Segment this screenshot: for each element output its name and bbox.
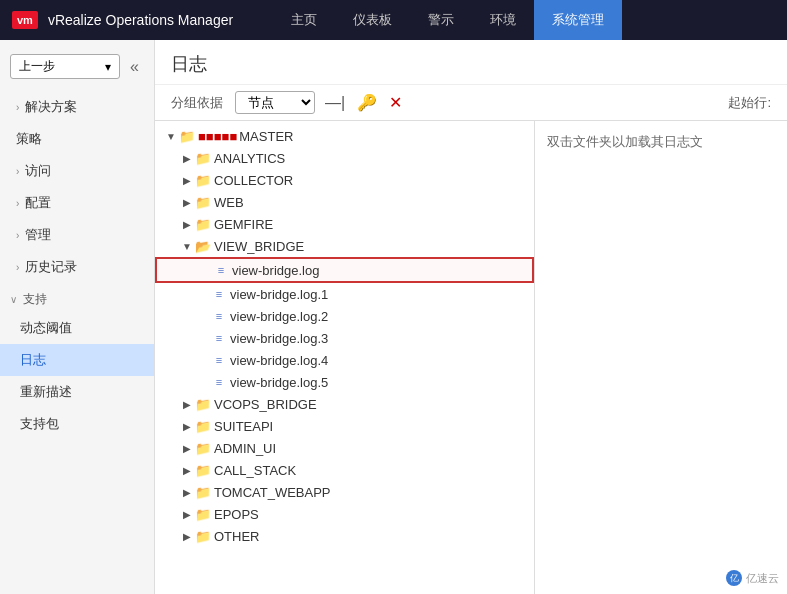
tree-item-gemfire[interactable]: ▶ 📁 GEMFIRE bbox=[155, 213, 534, 235]
sidebar-item-supportbundle[interactable]: 支持包 bbox=[0, 408, 154, 440]
file-icon: ≡ bbox=[211, 352, 227, 368]
sidebar-header: 上一步 ▾ « bbox=[0, 48, 154, 85]
pin-icon[interactable]: —| bbox=[323, 92, 347, 114]
tree-item-vb-log1[interactable]: ≡ view-bridge.log.1 bbox=[155, 283, 534, 305]
tree-label: view-bridge.log.4 bbox=[230, 353, 328, 368]
sidebar-label: 动态阈值 bbox=[20, 319, 72, 337]
tree-content: ▼ 📁 ■■■■■ MASTER ▶ 📁 ANALYTICS ▶ 📁 COLLE… bbox=[155, 121, 787, 594]
sidebar-item-config[interactable]: › 配置 bbox=[0, 187, 154, 219]
tree-item-epops[interactable]: ▶ 📁 EPOPS bbox=[155, 503, 534, 525]
tree-item-master[interactable]: ▼ 📁 ■■■■■ MASTER bbox=[155, 125, 534, 147]
dropdown-chevron: ▾ bbox=[105, 60, 111, 74]
toggle-icon: ▼ bbox=[179, 238, 195, 254]
delete-icon[interactable]: ✕ bbox=[387, 91, 404, 114]
sidebar-label: 历史记录 bbox=[25, 258, 77, 276]
folder-icon: 📁 bbox=[195, 216, 211, 232]
tree-label: COLLECTOR bbox=[214, 173, 293, 188]
toggle-icon: ▶ bbox=[179, 396, 195, 412]
nav-dashboard[interactable]: 仪表板 bbox=[335, 0, 410, 40]
sidebar-item-logs[interactable]: 日志 bbox=[0, 344, 154, 376]
tree-label: MASTER bbox=[239, 129, 293, 144]
folder-icon: 📁 bbox=[195, 418, 211, 434]
folder-icon: 📁 bbox=[195, 172, 211, 188]
toggle-spacer bbox=[197, 262, 213, 278]
sidebar-item-history[interactable]: › 历史记录 bbox=[0, 251, 154, 283]
nav-alerts[interactable]: 警示 bbox=[410, 0, 472, 40]
nav-sysadmin[interactable]: 系统管理 bbox=[534, 0, 622, 40]
tree-label: view-bridge.log.2 bbox=[230, 309, 328, 324]
sidebar-label: 支持包 bbox=[20, 415, 59, 433]
tree-item-vb-log4[interactable]: ≡ view-bridge.log.4 bbox=[155, 349, 534, 371]
tree-item-adminui[interactable]: ▶ 📁 ADMIN_UI bbox=[155, 437, 534, 459]
tree-item-collector[interactable]: ▶ 📁 COLLECTOR bbox=[155, 169, 534, 191]
tree-item-callstack[interactable]: ▶ 📁 CALL_STACK bbox=[155, 459, 534, 481]
nav-environment[interactable]: 环境 bbox=[472, 0, 534, 40]
folder-icon: 📁 bbox=[195, 506, 211, 522]
folder-icon: 📁 bbox=[195, 462, 211, 478]
page-title: 日志 bbox=[155, 40, 787, 85]
toggle-icon: ▶ bbox=[179, 440, 195, 456]
chevron-icon: › bbox=[16, 102, 19, 113]
vm-logo: vm bbox=[12, 11, 38, 29]
sidebar-item-solutions[interactable]: › 解决方案 bbox=[0, 91, 154, 123]
tree-pane: ▼ 📁 ■■■■■ MASTER ▶ 📁 ANALYTICS ▶ 📁 COLLE… bbox=[155, 121, 535, 594]
tree-item-vb-log2[interactable]: ≡ view-bridge.log.2 bbox=[155, 305, 534, 327]
tree-label: VIEW_BRIDGE bbox=[214, 239, 304, 254]
chevron-down-icon: ∨ bbox=[10, 294, 17, 305]
nav-home[interactable]: 主页 bbox=[273, 0, 335, 40]
sidebar-label: 支持 bbox=[23, 291, 47, 308]
tree-label: view-bridge.log.1 bbox=[230, 287, 328, 302]
back-dropdown[interactable]: 上一步 ▾ bbox=[10, 54, 120, 79]
tree-item-vcops[interactable]: ▶ 📁 VCOPS_BRIDGE bbox=[155, 393, 534, 415]
top-nav: vm vRealize Operations Manager 主页 仪表板 警示… bbox=[0, 0, 787, 40]
sidebar-item-redescribe[interactable]: 重新描述 bbox=[0, 376, 154, 408]
chevron-icon: › bbox=[16, 230, 19, 241]
start-row-label: 起始行: bbox=[728, 94, 771, 112]
sidebar-label: 配置 bbox=[25, 194, 51, 212]
tree-label: view-bridge.log.3 bbox=[230, 331, 328, 346]
sidebar-collapse-btn[interactable]: « bbox=[126, 56, 143, 78]
tree-item-vb-log[interactable]: ≡ view-bridge.log bbox=[155, 257, 534, 283]
toolbar: 分组依据 节点 —| 🔑 ✕ 起始行: bbox=[155, 85, 787, 121]
hint-text: 双击文件夹以加载其日志文 bbox=[547, 134, 703, 149]
tree-item-viewbridge[interactable]: ▼ 📂 VIEW_BRIDGE bbox=[155, 235, 534, 257]
sidebar: 上一步 ▾ « › 解决方案 策略 › 访问 › 配置 › 管理 bbox=[0, 40, 155, 594]
groupby-select[interactable]: 节点 bbox=[235, 91, 315, 114]
tree-label: view-bridge.log bbox=[232, 263, 319, 278]
sidebar-label: 日志 bbox=[20, 351, 46, 369]
folder-icon: 📁 bbox=[195, 396, 211, 412]
tree-item-vb-log5[interactable]: ≡ view-bridge.log.5 bbox=[155, 371, 534, 393]
sidebar-label: 管理 bbox=[25, 226, 51, 244]
tree-item-analytics[interactable]: ▶ 📁 ANALYTICS bbox=[155, 147, 534, 169]
file-icon: ≡ bbox=[211, 286, 227, 302]
tree-item-other[interactable]: ▶ 📁 OTHER bbox=[155, 525, 534, 547]
folder-icon: 📁 bbox=[195, 150, 211, 166]
key-icon[interactable]: 🔑 bbox=[355, 91, 379, 114]
toggle-icon: ▶ bbox=[179, 216, 195, 232]
folder-icon-open: 📂 bbox=[195, 238, 211, 254]
sidebar-item-policy[interactable]: 策略 bbox=[0, 123, 154, 155]
sidebar-item-threshold[interactable]: 动态阈值 bbox=[0, 312, 154, 344]
sidebar-item-manage[interactable]: › 管理 bbox=[0, 219, 154, 251]
sidebar-label: 策略 bbox=[16, 130, 42, 148]
tree-item-vb-log3[interactable]: ≡ view-bridge.log.3 bbox=[155, 327, 534, 349]
toggle-icon: ▶ bbox=[179, 194, 195, 210]
toggle-icon: ▼ bbox=[163, 128, 179, 144]
tree-item-web[interactable]: ▶ 📁 WEB bbox=[155, 191, 534, 213]
folder-icon: 📁 bbox=[195, 440, 211, 456]
tree-label: ANALYTICS bbox=[214, 151, 285, 166]
toggle-icon: ▶ bbox=[179, 150, 195, 166]
tree-label: TOMCAT_WEBAPP bbox=[214, 485, 331, 500]
tree-label: EPOPS bbox=[214, 507, 259, 522]
chevron-icon: › bbox=[16, 262, 19, 273]
tree-item-tomcat[interactable]: ▶ 📁 TOMCAT_WEBAPP bbox=[155, 481, 534, 503]
tree-item-suiteapi[interactable]: ▶ 📁 SUITEAPI bbox=[155, 415, 534, 437]
toggle-spacer bbox=[195, 374, 211, 390]
file-icon: ≡ bbox=[211, 374, 227, 390]
main-layout: 上一步 ▾ « › 解决方案 策略 › 访问 › 配置 › 管理 bbox=[0, 40, 787, 594]
tree-label: CALL_STACK bbox=[214, 463, 296, 478]
sidebar-item-access[interactable]: › 访问 bbox=[0, 155, 154, 187]
toggle-spacer bbox=[195, 352, 211, 368]
toggle-icon: ▶ bbox=[179, 506, 195, 522]
chevron-icon: › bbox=[16, 198, 19, 209]
